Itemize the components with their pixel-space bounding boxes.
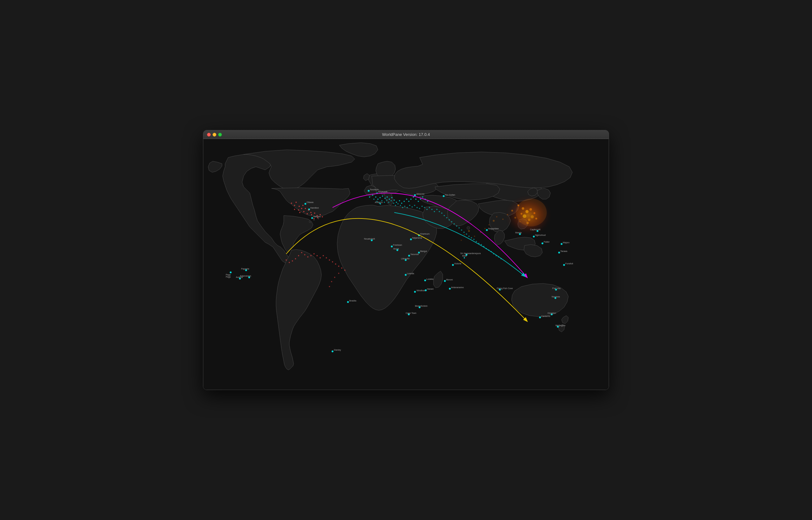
- svg-text:Port Vila: Port Vila: [552, 287, 561, 289]
- svg-point-190: [429, 207, 430, 208]
- svg-point-11: [534, 212, 535, 214]
- svg-point-239: [344, 269, 345, 271]
- svg-point-206: [468, 236, 470, 237]
- svg-point-75: [413, 197, 414, 198]
- svg-point-125: [464, 257, 465, 258]
- svg-text:Pago: Pago: [225, 276, 231, 278]
- svg-point-207: [471, 237, 472, 238]
- svg-point-70: [401, 203, 402, 204]
- svg-point-8: [522, 207, 524, 210]
- svg-point-7: [517, 204, 519, 206]
- svg-point-174: [390, 200, 392, 202]
- svg-point-42: [303, 211, 304, 212]
- svg-point-168: [376, 201, 378, 202]
- svg-text:Tarawa: Tarawa: [561, 250, 568, 252]
- svg-point-213: [486, 248, 487, 249]
- minimize-button[interactable]: [213, 133, 216, 136]
- svg-point-53: [368, 190, 370, 192]
- svg-point-196: [444, 215, 445, 216]
- city-dot-ottawa: [304, 203, 306, 205]
- svg-point-63: [384, 198, 385, 199]
- svg-point-154: [229, 271, 232, 273]
- svg-text:Antananarivo: Antananarivo: [451, 286, 464, 288]
- svg-point-23: [496, 216, 497, 217]
- svg-point-17: [526, 222, 529, 224]
- svg-point-14: [520, 213, 522, 214]
- svg-point-39: [302, 205, 303, 206]
- svg-point-59: [375, 197, 376, 198]
- svg-text:Yaounde: Yaounde: [410, 253, 419, 255]
- svg-text:Adamstown: Adamstown: [240, 275, 251, 277]
- svg-point-62: [382, 196, 383, 197]
- svg-text:Reykjavik: Reykjavik: [378, 191, 387, 193]
- svg-point-232: [323, 255, 324, 256]
- svg-point-26: [484, 228, 486, 229]
- svg-point-237: [338, 265, 340, 267]
- svg-point-84: [414, 194, 416, 196]
- svg-point-186: [419, 208, 420, 209]
- svg-point-21: [519, 221, 520, 222]
- svg-text:Torshavn: Torshavn: [370, 188, 378, 191]
- svg-text:Moroni: Moroni: [446, 279, 453, 281]
- close-button[interactable]: [207, 133, 211, 136]
- svg-point-50: [322, 216, 323, 217]
- svg-point-221: [289, 262, 290, 263]
- svg-text:Male: Male: [462, 255, 467, 257]
- svg-text:Cape Town: Cape Town: [406, 312, 416, 314]
- svg-point-173: [388, 202, 389, 203]
- svg-point-233: [326, 257, 327, 258]
- svg-point-201: [456, 225, 457, 227]
- svg-point-68: [396, 202, 397, 203]
- svg-text:Papeete: Papeete: [241, 268, 249, 270]
- svg-point-191: [431, 209, 433, 210]
- svg-point-108: [414, 291, 416, 293]
- svg-point-187: [422, 206, 423, 207]
- svg-point-86: [443, 195, 445, 197]
- svg-point-64: [386, 197, 388, 198]
- svg-point-211: [481, 244, 482, 245]
- svg-point-16: [535, 217, 537, 219]
- svg-point-37: [298, 209, 299, 210]
- svg-point-52: [314, 218, 315, 219]
- svg-point-49: [320, 214, 321, 215]
- svg-point-197: [446, 217, 448, 218]
- svg-point-13: [528, 218, 531, 221]
- svg-point-218: [498, 256, 499, 258]
- svg-point-71: [404, 201, 405, 202]
- svg-text:Stanley: Stanley: [334, 349, 341, 351]
- svg-text:Capitol Hill: Capitol Hill: [530, 228, 541, 231]
- svg-point-136: [561, 243, 563, 245]
- svg-point-231: [320, 257, 321, 258]
- maximize-button[interactable]: [218, 133, 222, 136]
- svg-point-60: [377, 199, 378, 200]
- svg-text:Luanda: Luanda: [407, 272, 414, 275]
- svg-point-100: [408, 255, 410, 257]
- svg-point-44: [310, 212, 312, 213]
- svg-point-175: [393, 203, 394, 204]
- svg-point-142: [542, 242, 543, 244]
- svg-point-41: [299, 212, 300, 213]
- map-container[interactable]: Ottawa Hamilton Nassau: [203, 139, 609, 390]
- svg-point-69: [399, 200, 400, 202]
- svg-point-171: [384, 202, 385, 203]
- svg-text:Khartoum: Khartoum: [420, 233, 430, 235]
- svg-point-20: [514, 217, 516, 218]
- svg-point-183: [412, 206, 413, 207]
- svg-point-22: [502, 218, 504, 220]
- svg-point-192: [434, 211, 435, 212]
- svg-point-30: [464, 234, 465, 235]
- svg-point-106: [424, 280, 426, 281]
- svg-text:Libreville: Libreville: [401, 258, 410, 260]
- svg-text:Brasilia: Brasilia: [349, 300, 356, 302]
- svg-point-227: [307, 256, 308, 258]
- svg-point-163: [332, 350, 333, 352]
- svg-point-189: [427, 209, 428, 210]
- svg-point-202: [459, 227, 460, 228]
- svg-point-32: [291, 203, 292, 204]
- svg-point-212: [483, 246, 484, 247]
- svg-point-240: [338, 273, 340, 274]
- svg-point-78: [420, 199, 421, 200]
- svg-point-182: [409, 205, 410, 206]
- svg-point-9: [525, 210, 529, 213]
- svg-point-178: [400, 205, 401, 206]
